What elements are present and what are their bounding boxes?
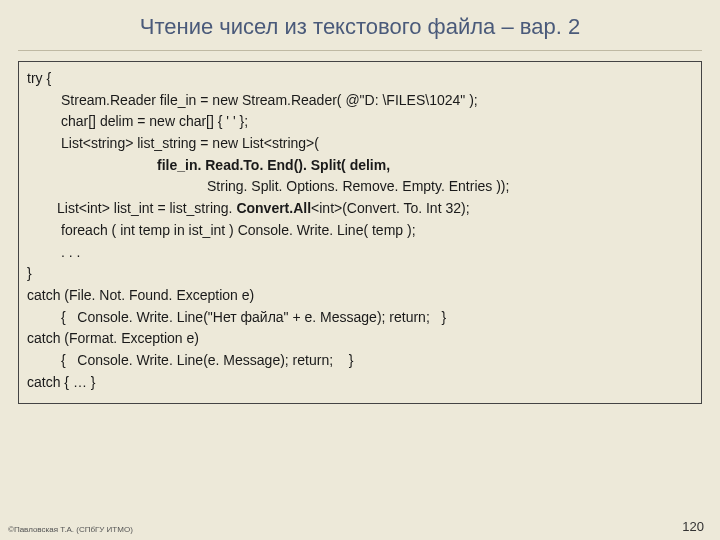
footer-copyright: ©Павловская Т.А. (СПбГУ ИТМО) [8, 525, 133, 534]
code-line: { Console. Write. Line("Нет файла" + e. … [27, 307, 695, 329]
code-line: try { [27, 68, 695, 90]
slide-title: Чтение чисел из текстового файла – вар. … [18, 8, 702, 51]
code-line: List<int> list_int = list_string. Conver… [27, 198, 695, 220]
code-line: catch (Format. Exception e) [27, 328, 695, 350]
code-line: char[] delim = new char[] { ' ' }; [27, 111, 695, 133]
code-line: String. Split. Options. Remove. Empty. E… [27, 176, 695, 198]
code-line: catch { … } [27, 372, 695, 394]
code-line: . . . [27, 242, 695, 264]
code-line: { Console. Write. Line(e. Message); retu… [27, 350, 695, 372]
code-line: catch (File. Not. Found. Exception e) [27, 285, 695, 307]
slide: Чтение чисел из текстового файла – вар. … [0, 0, 720, 540]
code-block: try { Stream.Reader file_in = new Stream… [18, 61, 702, 404]
code-line: foreach ( int temp in ist_int ) Console.… [27, 220, 695, 242]
code-line: List<string> list_string = new List<stri… [27, 133, 695, 155]
code-line: Stream.Reader file_in = new Stream.Reade… [27, 90, 695, 112]
code-line: file_in. Read.To. End(). Split( delim, [27, 155, 695, 177]
page-number: 120 [682, 519, 704, 534]
code-line: } [27, 263, 695, 285]
